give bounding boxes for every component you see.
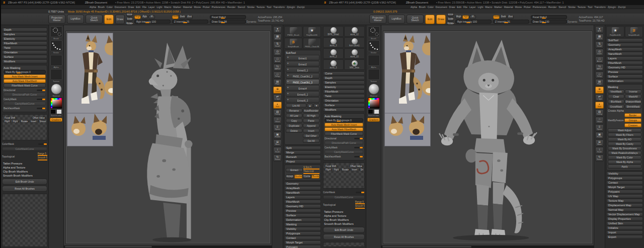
switch-color-button[interactable]: SwitchColor bbox=[51, 115, 61, 117]
view-control-button[interactable]: ⇅ Scroll bbox=[273, 41, 282, 48]
tool-section-row[interactable]: Morph Target bbox=[284, 240, 321, 244]
stroke-selector[interactable] bbox=[368, 40, 380, 51]
saturation-value-area[interactable] bbox=[370, 100, 379, 108]
visibility-eye-icon[interactable]: ● bbox=[287, 80, 289, 82]
menu-item[interactable]: Stencil bbox=[237, 6, 245, 9]
auto-mask-button[interactable]: Auto Mask FiberMesh bbox=[325, 127, 363, 131]
topological-range-slider[interactable]: Range 5 bbox=[38, 152, 47, 156]
directional-slider[interactable] bbox=[354, 138, 363, 139]
color-mask-slider[interactable] bbox=[356, 192, 365, 193]
tool-section-row[interactable]: Geometry HD bbox=[284, 204, 321, 208]
brush-subpalette-link[interactable]: Tablet Pressure bbox=[2, 161, 47, 166]
menu-item[interactable]: Tool bbox=[588, 6, 592, 9]
tool-section-row[interactable]: Project bbox=[284, 159, 321, 163]
brush-palette-section[interactable]: Elasticity bbox=[2, 37, 47, 41]
canvas[interactable] bbox=[381, 25, 594, 248]
tool-section-row[interactable]: Surface bbox=[284, 213, 321, 217]
brush-selector[interactable] bbox=[50, 26, 62, 37]
subtool-header[interactable]: SubTool bbox=[286, 51, 319, 54]
brush-palette-section[interactable]: Orientation bbox=[323, 99, 365, 103]
menu-item[interactable]: Draw bbox=[449, 6, 455, 9]
tool-section-row[interactable]: Initialize bbox=[606, 226, 643, 230]
canvas-scrollbar[interactable] bbox=[64, 245, 272, 248]
masking-button[interactable]: BlurMask bbox=[608, 100, 624, 104]
switch-color-button[interactable]: SwitchColor bbox=[368, 115, 379, 117]
view-control-button[interactable]: ⊞ Move bbox=[595, 139, 604, 146]
tool-slot[interactable]: PM3D_Brush bbox=[284, 26, 302, 37]
rgb-toggle[interactable]: Rgb bbox=[462, 15, 469, 19]
color-mask-label[interactable]: ColorMask bbox=[323, 191, 335, 194]
brush-palette-section[interactable]: Depth bbox=[2, 28, 47, 32]
menu-item[interactable]: Picker bbox=[524, 6, 531, 9]
list-all-button[interactable]: List All bbox=[286, 104, 306, 108]
view-control-button[interactable]: ◎ Zoom bbox=[595, 49, 604, 56]
tool-section-row[interactable]: Visibility bbox=[606, 172, 643, 176]
masking-item-button[interactable]: Mask By Alpha bbox=[608, 160, 641, 164]
menu-item[interactable]: Alpha bbox=[411, 6, 417, 9]
subtool-action-button[interactable]: All High bbox=[303, 114, 319, 118]
masking-button[interactable]: ViewMask bbox=[608, 90, 624, 94]
tool-section-row[interactable]: Polypaint bbox=[606, 190, 643, 194]
view-control-button[interactable]: ≡ Xpose bbox=[273, 124, 282, 131]
masking-button[interactable]: Clear bbox=[608, 95, 624, 99]
tool-section-row[interactable]: SubTool bbox=[606, 38, 643, 42]
brush-action-button[interactable]: Edit Brush Undo bbox=[323, 227, 365, 233]
zsub-toggle[interactable]: Zsub bbox=[500, 15, 507, 19]
menu-item[interactable]: Light bbox=[156, 6, 162, 9]
extract-toggle[interactable]: TBorder bbox=[311, 175, 319, 179]
view-control-button[interactable]: ● BPR bbox=[273, 26, 282, 33]
tool-slot[interactable]: S SimpleBrush bbox=[284, 38, 302, 49]
tool-slot[interactable]: ★ PolyMesh3D bbox=[606, 26, 624, 37]
menu-item[interactable]: Marker bbox=[494, 6, 502, 9]
tool-section-row[interactable]: Polygroups bbox=[284, 231, 321, 235]
fibermask-curve-button[interactable]: FiberMask Mask Curve bbox=[325, 132, 363, 136]
brush-subpalette-link[interactable]: Smooth Brush Modifiers bbox=[2, 174, 47, 178]
brush-subpalette-link[interactable]: Alpha and Texture bbox=[2, 166, 47, 170]
main-color-swatch[interactable] bbox=[368, 109, 373, 114]
rgb-intensity-slider[interactable]: Rgb Intensity 100 bbox=[455, 20, 492, 24]
directional-path-curve-button[interactable]: DirectionalPath Curve bbox=[4, 93, 46, 97]
menu-item[interactable]: Alpha bbox=[90, 6, 96, 9]
masking-button[interactable]: MaskAll bbox=[625, 95, 641, 99]
view-control-button[interactable]: ● BPR bbox=[595, 26, 604, 33]
brush-palette-section[interactable]: Surface bbox=[323, 103, 365, 107]
view-control-button[interactable]: ⊞ Move bbox=[273, 139, 282, 146]
menu-item[interactable]: Marker bbox=[173, 6, 181, 9]
directional-slider[interactable] bbox=[37, 90, 46, 91]
tool-quick-pick[interactable]: ♣ aura_2 bbox=[323, 48, 344, 59]
tool-quick-pick[interactable]: ♣ MM_Jess bbox=[344, 59, 365, 70]
cavity-mask-label[interactable]: CavityMask bbox=[325, 146, 338, 149]
menu-item[interactable]: Stencil bbox=[558, 6, 566, 9]
extract-toggle[interactable]: Accept bbox=[286, 175, 294, 179]
subtool-action-button[interactable]: Del Other bbox=[303, 134, 319, 138]
tool-slot[interactable]: PM3D_Cloak Bl bbox=[303, 38, 321, 49]
menu-item[interactable]: Color bbox=[428, 6, 434, 9]
transform-tool-button[interactable]: Move bbox=[447, 14, 454, 17]
alpha-selector[interactable] bbox=[368, 55, 380, 66]
subtool-item[interactable]: ● PM3D_Cloak3b1_2 bbox=[286, 73, 319, 78]
auto-mask-button[interactable]: Auto Mask Mesh Insert bbox=[4, 74, 46, 78]
masking-header[interactable]: Masking bbox=[608, 86, 641, 89]
extract-toggle[interactable]: TCorner bbox=[303, 175, 311, 179]
subtool-down-button[interactable]: ▼ bbox=[313, 104, 319, 108]
menu-item[interactable]: Material bbox=[504, 6, 513, 9]
brush-palette-section[interactable]: Samples bbox=[2, 32, 47, 36]
topological-smooth-slider[interactable]: Smooth 5 bbox=[38, 156, 47, 160]
brush-palette-section[interactable]: Samples bbox=[323, 80, 365, 85]
scrollbar-thumb[interactable] bbox=[382, 246, 471, 247]
subtool-action-button[interactable]: Delete bbox=[286, 129, 302, 133]
menu-item[interactable]: Picker bbox=[203, 6, 210, 9]
tool-section-row[interactable]: ArrayMesh bbox=[284, 186, 321, 190]
view-control-button[interactable]: ▤ Floor bbox=[273, 79, 282, 86]
menu-item[interactable]: File bbox=[463, 6, 467, 9]
menu-item[interactable]: Material bbox=[183, 6, 192, 9]
tool-quick-pick[interactable]: ♣ aura_10 bbox=[344, 48, 365, 59]
menu-item[interactable]: Tool bbox=[267, 6, 271, 9]
rgb-toggle[interactable]: Rgb bbox=[141, 15, 148, 19]
topological-smooth-slider[interactable]: Smooth 5 bbox=[355, 205, 365, 208]
mask-by-polygroups-slider[interactable]: Mask By Polygroups 0 bbox=[325, 118, 363, 122]
tool-quick-pick[interactable]: ♣ aura_3 bbox=[323, 37, 344, 48]
backface-mask-label[interactable]: BackfaceMask bbox=[325, 155, 341, 158]
transform-tool-button[interactable]: Move bbox=[126, 14, 133, 17]
fibermask-curve-button[interactable]: FiberMask Mask Curve bbox=[4, 84, 46, 88]
